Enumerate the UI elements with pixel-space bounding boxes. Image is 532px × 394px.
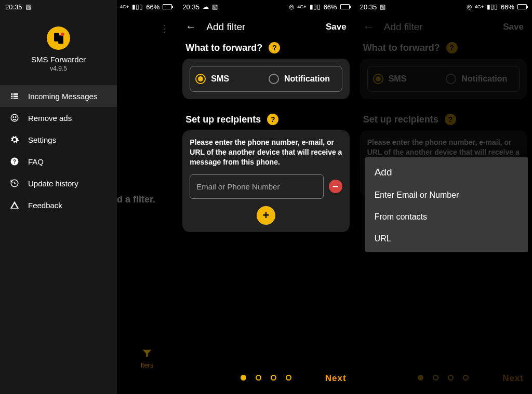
- help-icon[interactable]: ?: [446, 42, 458, 53]
- drawer-item-remove-ads[interactable]: Remove ads: [0, 107, 117, 129]
- save-button[interactable]: Save: [326, 22, 347, 32]
- drawer-item-update-history[interactable]: Update history: [0, 172, 117, 194]
- app-version: v4.9.5: [0, 65, 117, 72]
- battery-percent: 66%: [501, 3, 514, 11]
- pager-dot-1[interactable]: [418, 375, 423, 381]
- svg-rect-5: [11, 96, 12, 97]
- history-icon: [9, 179, 20, 188]
- list-icon: [9, 91, 20, 101]
- status-time: 20:35: [5, 3, 22, 11]
- svg-point-10: [13, 117, 14, 118]
- pager-dot-3[interactable]: [271, 375, 276, 381]
- drawer-item-faq[interactable]: ? FAQ: [0, 151, 117, 172]
- pager-dot-1[interactable]: [241, 375, 246, 381]
- smile-icon: [9, 113, 20, 123]
- phone-screen-drawer: 20:35 ▧ ◎ 4G+ ▮▯▯ 66% ⋮ d a filter. lter…: [0, 0, 177, 394]
- svg-rect-1: [58, 35, 63, 44]
- status-time: 20:35: [360, 3, 377, 11]
- warning-icon: [9, 200, 20, 210]
- svg-rect-8: [14, 98, 18, 99]
- next-button[interactable]: Next: [325, 373, 347, 384]
- svg-rect-3: [11, 93, 12, 95]
- pager-dot-2[interactable]: [433, 375, 438, 381]
- network-type-label: 4G+: [120, 5, 129, 9]
- what-to-forward-heading: What to forward?: [363, 43, 440, 53]
- popup-item-from-contacts[interactable]: From contacts: [365, 206, 528, 228]
- recipient-input-placeholder: Email or Phone Number: [196, 182, 280, 191]
- remove-recipient-button[interactable]: −: [329, 180, 342, 193]
- radio-option-notification[interactable]: Notification: [441, 74, 514, 84]
- svg-text:?: ?: [13, 158, 16, 165]
- forward-type-radio-group: SMS Notification: [190, 66, 342, 92]
- radio-icon: [195, 74, 206, 84]
- drawer-header: SMS Forwarder v4.9.5: [0, 13, 117, 80]
- svg-rect-6: [14, 96, 18, 97]
- pager-dot-4[interactable]: [463, 375, 469, 381]
- phone-screen-add-popup: 20:35 ▧ ◎ 4G+ ▮▯▯ 66% ← Add filter Save …: [355, 0, 532, 394]
- back-icon[interactable]: ←: [185, 21, 196, 33]
- popup-item-url[interactable]: URL: [365, 228, 528, 250]
- popup-title: Add: [365, 161, 528, 184]
- battery-percent: 66%: [324, 3, 337, 11]
- add-recipient-popup: Add Enter Email or Number From contacts …: [365, 157, 528, 252]
- radio-option-sms[interactable]: SMS: [373, 74, 441, 84]
- picture-icon: ▧: [25, 4, 31, 10]
- drawer-item-incoming-messages[interactable]: Incoming Messages: [0, 85, 117, 107]
- svg-point-2: [61, 32, 64, 36]
- drawer-item-label: FAQ: [28, 157, 44, 166]
- app-logo-icon: [47, 26, 70, 50]
- radio-icon: [373, 74, 383, 84]
- radio-label: SMS: [211, 74, 229, 84]
- help-icon[interactable]: ?: [267, 114, 278, 125]
- add-recipient-button[interactable]: +: [257, 206, 275, 225]
- signal-icon: ▮▯▯: [132, 4, 143, 10]
- battery-percent: 66%: [146, 3, 159, 11]
- drawer-item-label: Update history: [28, 179, 78, 188]
- network-type-label: 4G+: [475, 5, 484, 9]
- radio-label: Notification: [284, 74, 330, 84]
- drawer-item-label: Remove ads: [28, 114, 72, 123]
- svg-rect-7: [11, 98, 12, 99]
- help-icon[interactable]: ?: [269, 42, 280, 53]
- next-button[interactable]: Next: [502, 373, 524, 384]
- radio-option-sms[interactable]: SMS: [195, 74, 263, 84]
- hotspot-icon: ◎: [289, 4, 294, 10]
- battery-icon: [340, 4, 350, 9]
- navigation-drawer: 20:35 ▧ SMS Forwarder v4.9.5 Incoming Me…: [0, 0, 117, 394]
- add-filter-screen: ← Add filter Save What to forward? ? SMS…: [177, 13, 354, 394]
- picture-icon: ▧: [380, 4, 385, 10]
- radio-label: SMS: [389, 74, 407, 84]
- radio-icon: [446, 74, 456, 84]
- recipients-heading: Set up recipients: [185, 114, 261, 125]
- phone-screen-add-filter: 20:35 ☁ ▧ ◎ 4G+ ▮▯▯ 66% ← Add filter Sav…: [177, 0, 354, 394]
- recipients-description: Please enter the phone number, e-mail, o…: [190, 138, 342, 167]
- drawer-item-label: Incoming Messages: [28, 92, 97, 101]
- hotspot-icon: ◎: [467, 4, 472, 10]
- save-button[interactable]: Save: [503, 22, 524, 32]
- network-type-label: 4G+: [297, 5, 306, 9]
- battery-icon: [517, 4, 527, 9]
- drawer-scrim[interactable]: [117, 13, 177, 394]
- signal-icon: ▮▯▯: [487, 4, 498, 10]
- toolbar: ← Add filter Save: [177, 13, 354, 40]
- pager-dot-2[interactable]: [256, 375, 261, 381]
- drawer-item-feedback[interactable]: Feedback: [0, 194, 117, 216]
- recipient-input[interactable]: Email or Phone Number: [190, 174, 323, 199]
- svg-point-11: [16, 117, 17, 118]
- pager-dot-3[interactable]: [448, 375, 454, 381]
- status-bar-overlay: 20:35 ▧: [0, 0, 117, 13]
- radio-option-notification[interactable]: Notification: [263, 74, 337, 84]
- drawer-item-label: Feedback: [28, 201, 62, 210]
- back-icon[interactable]: ←: [363, 21, 374, 33]
- forward-type-card: SMS Notification: [182, 59, 349, 99]
- status-time: 20:35: [182, 3, 200, 11]
- gear-icon: [9, 135, 20, 144]
- help-icon[interactable]: ?: [445, 114, 456, 125]
- signal-icon: ▮▯▯: [310, 4, 321, 10]
- pager-dot-4[interactable]: [286, 375, 291, 381]
- popup-item-enter-email-or-number[interactable]: Enter Email or Number: [365, 184, 528, 206]
- drawer-item-settings[interactable]: Settings: [0, 129, 117, 151]
- battery-icon: [163, 4, 172, 9]
- radio-icon: [269, 74, 279, 84]
- status-bar: 20:35 ☁ ▧ ◎ 4G+ ▮▯▯ 66%: [177, 0, 354, 13]
